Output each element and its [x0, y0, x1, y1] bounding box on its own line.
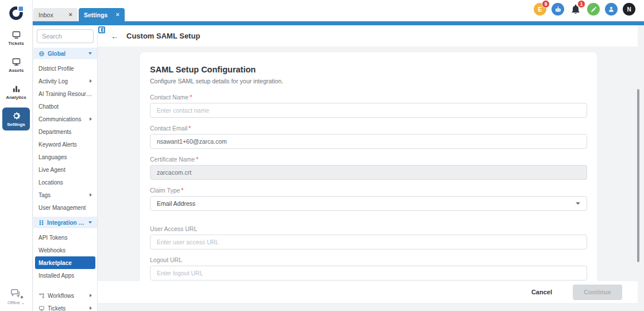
cancel-button[interactable]: Cancel	[531, 289, 552, 295]
contact-name-input[interactable]	[150, 103, 587, 118]
field-label: Certificate Name*	[150, 156, 587, 163]
sidebar-item-activity-log[interactable]: Activity Log	[33, 75, 97, 87]
field-user-access-url: User Access URL	[150, 225, 587, 249]
user-avatar[interactable]: N	[623, 3, 635, 16]
sidebar-item-communications[interactable]: Communications	[33, 113, 97, 125]
robot-icon	[554, 5, 562, 14]
page-header: ← Custom SAML Setup	[98, 25, 638, 47]
back-button[interactable]: ←	[111, 32, 119, 40]
support-button[interactable]	[605, 3, 618, 16]
rewards-badge: 9	[542, 0, 550, 8]
avatar-initial: N	[627, 6, 631, 13]
globe-icon	[38, 51, 45, 57]
section-label: Integration Hub	[47, 220, 86, 226]
analytics-icon	[11, 84, 21, 94]
sidebar-item-user-management[interactable]: User Management	[33, 201, 97, 214]
sidebar-item-live-agent[interactable]: Live Agent	[33, 163, 97, 176]
grid-icon	[38, 220, 44, 225]
tab-label: Inbox	[38, 11, 53, 18]
tickets-icon	[11, 30, 21, 40]
rail-label: Assets	[9, 68, 24, 73]
rewards-coin-icon: E	[538, 6, 542, 13]
settings-sidebar: Global District Profile Activity Log AI …	[33, 25, 98, 311]
notifications-badge: 1	[577, 0, 585, 8]
certificate-name-input	[150, 165, 587, 180]
brand-logo	[6, 3, 26, 22]
tab-label: Settings	[84, 11, 107, 18]
sidebar-item-webhooks[interactable]: Webhooks	[33, 244, 97, 256]
chevron-right-icon	[90, 79, 92, 83]
rail-item-analytics[interactable]: Analytics	[2, 80, 30, 103]
offline-label: Offline ⌄	[7, 300, 25, 305]
field-label: Logout URL	[150, 256, 587, 263]
rail-item-tickets[interactable]: Tickets	[2, 26, 30, 49]
claim-type-select[interactable]: Email Address	[150, 196, 587, 211]
active-tab-strip	[33, 21, 644, 25]
sidebar-item-ai-training-resources[interactable]: AI Training Resources	[33, 87, 97, 100]
field-label: Claim Type*	[150, 187, 587, 194]
field-label: Contact Name*	[150, 94, 587, 101]
sidebar-section-global[interactable]: Global	[33, 48, 97, 59]
tickets-icon	[38, 305, 45, 311]
contact-email-input[interactable]	[150, 134, 587, 149]
sidebar-item-tags[interactable]: Tags	[33, 189, 97, 201]
app-rail: Tickets Assets Analytics Settings	[0, 0, 33, 311]
assets-icon	[11, 57, 21, 67]
presence-status-toggle[interactable]: Offline ⌄	[7, 287, 25, 305]
vertical-scrollbar-thumb[interactable]	[637, 89, 639, 262]
rail-item-assets[interactable]: Assets	[2, 53, 30, 76]
brand-logo-icon	[8, 5, 24, 21]
chevron-right-icon	[90, 193, 92, 197]
collapse-panel-icon	[99, 28, 104, 32]
sidebar-section-integration-hub[interactable]: Integration Hub	[33, 217, 97, 228]
sidebar-item-marketplace[interactable]: Marketplace	[35, 256, 95, 269]
sidebar-item-api-tokens[interactable]: API Tokens	[33, 231, 97, 244]
rail-label: Analytics	[6, 95, 26, 100]
pencil-icon	[590, 6, 597, 13]
chevron-down-icon	[88, 52, 92, 55]
field-contact-name: Contact Name*	[150, 94, 587, 118]
sidebar-item-district-profile[interactable]: District Profile	[33, 62, 97, 75]
field-logout-url: Logout URL	[150, 256, 587, 281]
sidebar-item-departments[interactable]: Departments	[33, 125, 97, 138]
notifications-button[interactable]: 1	[569, 3, 582, 16]
field-contact-email: Contact Email*	[150, 125, 587, 149]
search-input[interactable]	[37, 29, 94, 43]
main-content: ← Custom SAML Setup SAML Setup Configura…	[98, 25, 644, 311]
chevron-right-icon	[90, 294, 92, 297]
sidebar-item-locations[interactable]: Locations	[33, 176, 97, 189]
rail-item-settings[interactable]: Settings	[2, 107, 30, 130]
required-asterisk: *	[181, 187, 183, 194]
chevron-right-icon	[90, 117, 92, 121]
action-footer: Cancel Continue	[98, 281, 638, 303]
chatbot-button[interactable]	[552, 3, 564, 16]
sidebar-item-keyword-alerts[interactable]: Keyword Alerts	[33, 138, 97, 151]
required-asterisk: *	[190, 94, 192, 101]
user-access-url-input[interactable]	[150, 235, 587, 249]
sidebar-collapse-button[interactable]	[98, 26, 105, 33]
rewards-button[interactable]: E 9	[534, 3, 546, 16]
chevron-right-icon	[90, 306, 92, 310]
tab-settings[interactable]: Settings ×	[79, 8, 125, 21]
sidebar-item-languages[interactable]: Languages	[33, 151, 97, 163]
chat-bubbles-icon	[10, 287, 21, 299]
rail-label: Tickets	[8, 41, 24, 46]
sidebar-item-workflows[interactable]: Workflows	[33, 289, 97, 302]
sidebar-search	[37, 29, 94, 43]
sidebar-item-tickets[interactable]: Tickets	[33, 302, 97, 311]
logout-url-input[interactable]	[150, 266, 587, 281]
top-bar: Inbox × Settings × E 9 1	[33, 0, 644, 21]
claim-type-value: Email Address	[157, 200, 195, 207]
sidebar-item-installed-apps[interactable]: Installed Apps	[33, 269, 97, 282]
saml-setup-card: SAML Setup Configuration Configure SAML …	[140, 52, 597, 294]
sidebar-item-chatbot[interactable]: Chatbot	[33, 100, 97, 113]
continue-button[interactable]: Continue	[573, 285, 622, 300]
settings-gear-icon	[11, 111, 21, 121]
tab-close-icon[interactable]: ×	[69, 11, 72, 18]
tab-close-icon[interactable]: ×	[115, 11, 119, 18]
compose-button[interactable]	[587, 3, 600, 16]
topbar-icon-group: E 9 1	[534, 3, 635, 16]
tab-inbox[interactable]: Inbox ×	[33, 8, 78, 21]
required-asterisk: *	[196, 156, 198, 163]
chevron-down-icon	[576, 202, 580, 205]
